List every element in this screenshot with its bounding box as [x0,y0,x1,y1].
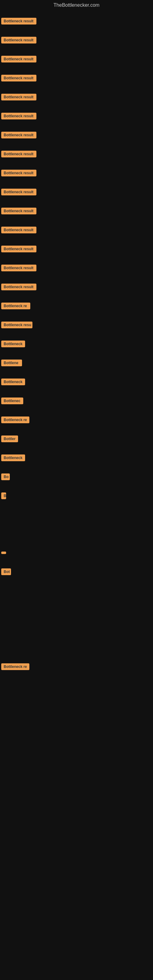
bar-row: Bottleneck result [0,107,153,126]
bottleneck-bar: Bottlenec [1,398,23,404]
bar-row [0,543,153,562]
bottleneck-bar: Bottleneck result [1,37,37,43]
bar-row: Bottleneck result [0,126,153,145]
site-title: TheBottlenecker.com [0,0,153,12]
bar-row: Bottlene [0,353,153,372]
bar-row [0,600,153,619]
bar-row: Bottler [0,430,153,449]
bar-row [0,695,153,714]
bar-row: Bottleneck result [0,202,153,221]
bar-row: Bottleneck [0,372,153,391]
bar-row: Bottleneck result [0,258,153,277]
bar-row [0,505,153,524]
bar-row: Bottleneck re [0,410,153,430]
bar-row [0,752,153,771]
bottleneck-bar: Bottleneck result [1,18,37,24]
bottleneck-bar: Bottleneck result [1,265,37,271]
title-text: TheBottlenecker.com [54,2,99,8]
bar-row: Bottleneck result [0,88,153,107]
bottleneck-bar: Bottleneck result [1,208,37,215]
bottleneck-bar: Bottleneck re [1,417,29,423]
bottleneck-bar: Bottleneck result [1,246,37,252]
bar-row: Bottleneck result [0,30,153,49]
bar-row [0,771,153,790]
bottleneck-bar: Bottleneck result [1,283,37,290]
bottleneck-bar: B [1,492,6,499]
bar-row: Bottleneck result [0,164,153,183]
bottleneck-bar: Bottleneck re [1,302,30,309]
bar-row: B [0,486,153,505]
bar-row: Bottleneck result [0,277,153,296]
bar-row: Bot [0,562,153,581]
bar-row: Bottleneck re [0,657,153,676]
bottleneck-bar: Bottleneck result [1,151,37,158]
bottleneck-bar: Bottler [1,436,18,442]
bottleneck-bar: Bottleneck result [1,75,37,81]
bottleneck-bar: Bottleneck resu [1,321,32,328]
bottleneck-bar: Bottleneck re [1,663,29,670]
bar-row [0,638,153,657]
bar-row: Bottlenec [0,391,153,410]
bar-row: Bottleneck result [0,68,153,88]
bottleneck-bar: Bot [1,568,11,575]
bottleneck-bar: Bo [1,474,10,480]
bottleneck-bar: Bottleneck result [1,113,37,119]
bar-row: Bottleneck result [0,221,153,240]
bottleneck-bar: Bottleneck result [1,56,37,62]
bar-row: Bottleneck [0,334,153,353]
bar-row [0,809,153,828]
bar-row [0,714,153,733]
bottleneck-bar: Bottleneck result [1,189,37,196]
bottleneck-bar: Bottleneck result [1,94,37,100]
bar-row [0,581,153,600]
bottleneck-bar: Bottlene [1,360,22,366]
bar-row [0,676,153,695]
bottleneck-bar [1,552,6,554]
bar-row: Bottleneck result [0,12,153,30]
bar-row: Bo [0,467,153,486]
bar-row: Bottleneck result [0,183,153,202]
bottleneck-bar: Bottleneck [1,379,25,385]
bottleneck-bar: Bottleneck result [1,170,37,177]
bar-row [0,524,153,543]
bar-row [0,619,153,638]
bar-row: Bottleneck [0,449,153,467]
bar-row: Bottleneck result [0,49,153,68]
bar-row: Bottleneck re [0,296,153,315]
bar-row: Bottleneck result [0,240,153,258]
bottleneck-bar: Bottleneck result [1,132,37,138]
bottleneck-bar: Bottleneck [1,455,25,461]
bar-row [0,733,153,752]
bottleneck-bar: Bottleneck result [1,227,37,233]
bar-row: Bottleneck resu [0,315,153,334]
bottleneck-bar: Bottleneck [1,340,25,347]
bar-row: Bottleneck result [0,145,153,164]
bar-row [0,790,153,809]
bars-container: Bottleneck resultBottleneck resultBottle… [0,12,153,828]
